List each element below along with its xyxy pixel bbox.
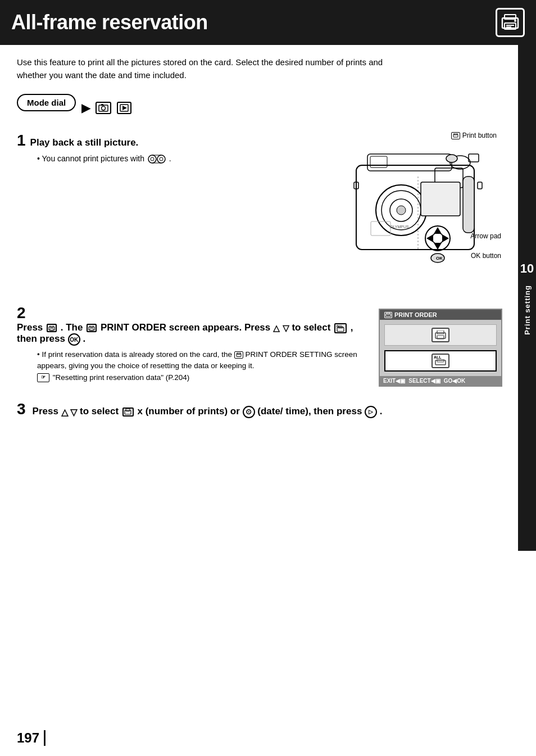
step3-down-arrow: ▽ [70, 407, 77, 417]
step-2-title-row: 2 Press . The PRINT ORDER screen appears… [17, 304, 367, 346]
svg-point-5 [514, 20, 516, 22]
svg-rect-8 [101, 104, 103, 106]
step3-date-icon: ⊙ [243, 406, 255, 418]
step-1-row: 1 Play back a still picture. You cannot … [17, 132, 519, 291]
print-symbol-icon [500, 13, 520, 31]
svg-rect-31 [421, 182, 460, 216]
svg-rect-43 [478, 182, 482, 189]
step-3-row: 3 Press △ ▽ to select x (number of print… [17, 400, 519, 418]
page-number: 197 [17, 730, 46, 746]
po-screen-body: ALL [380, 320, 501, 376]
svg-rect-4 [506, 26, 511, 28]
po-item-all: ALL [384, 350, 497, 372]
ref-book-icon: ☞ [37, 373, 49, 382]
page-number-area: 197 [17, 730, 46, 746]
po-exit-label: EXIT◀▣ [383, 378, 405, 384]
camera-diagram: Print button [339, 132, 502, 291]
svg-rect-3 [506, 25, 514, 26]
svg-marker-35 [434, 243, 442, 250]
print-button-icon-small [451, 132, 460, 139]
ok-button-annotation: OK button [471, 252, 501, 260]
po-normal-icon [431, 328, 449, 342]
chapter-sidebar: 10 Print setting [518, 45, 536, 551]
step-1-body: You cannot print pictures with . [37, 153, 328, 165]
camera-mode-icon [96, 102, 111, 114]
po-select-label: SELECT◀▣ [408, 378, 440, 384]
camera-body-svg: OK OLYMPUS [339, 132, 497, 289]
svg-rect-58 [437, 331, 444, 334]
svg-text:OK: OK [436, 256, 443, 261]
svg-point-11 [148, 155, 156, 163]
step-1-number: 1 [17, 132, 26, 150]
play-mode-icon [117, 102, 131, 114]
svg-marker-36 [426, 234, 433, 242]
svg-rect-41 [371, 221, 390, 236]
po-screen-footer: EXIT◀▣ SELECT◀▣ GO◀OK [380, 376, 501, 386]
step2-ok-btn: OK [68, 333, 80, 346]
svg-marker-34 [434, 227, 442, 234]
step-1-right: Print button [339, 132, 519, 291]
svg-marker-37 [442, 234, 449, 242]
po-screen-header: PRINT ORDER [380, 310, 501, 320]
svg-point-16 [160, 157, 163, 161]
step2-all-icon: ALL [334, 323, 347, 333]
print-button-annotation: Print button [451, 132, 497, 139]
step-2-note1: • If print reservation data is already s… [37, 349, 367, 372]
po-all-icon: ALL [431, 354, 449, 368]
step-3-title: Press △ ▽ to select x (number of prints)… [33, 406, 383, 418]
step-3-number: 3 [17, 400, 26, 418]
svg-rect-27 [463, 176, 474, 233]
chapter-label: Print setting [523, 285, 532, 335]
step2-print-icon2 [87, 324, 97, 332]
step3-ok-icon: ▷ [365, 406, 377, 418]
mode-dial-arrow: ▶ [81, 101, 90, 115]
main-content: Use this feature to print all the pictur… [0, 45, 536, 443]
svg-point-12 [157, 155, 165, 163]
svg-point-33 [432, 233, 443, 244]
step-2-row: 2 Press . The PRINT ORDER screen appears… [17, 304, 519, 387]
po-print-icon [384, 312, 392, 318]
po-item-normal [384, 324, 497, 346]
step-2-notes: • If print reservation data is already s… [37, 349, 367, 383]
step3-print-x-icon [122, 408, 134, 417]
mode-dial-box: Mode dial [17, 94, 76, 111]
ok-button-label: OK button [471, 252, 501, 260]
step-1-left: 1 Play back a still picture. You cannot … [17, 132, 328, 291]
step-1-title: Play back a still picture. [30, 137, 139, 148]
step-1-title-row: 1 Play back a still picture. [17, 132, 328, 150]
svg-point-7 [102, 106, 106, 110]
po-all-label: ALL [434, 355, 442, 359]
step2-up-arrow: △ [273, 323, 280, 333]
arrow-pad-label: Arrow pad [470, 232, 501, 240]
svg-point-24 [397, 206, 406, 215]
intro-paragraph: Use this feature to print all the pictur… [17, 56, 399, 82]
step-1-bullet: You cannot print pictures with . [37, 153, 328, 165]
mode-dial-row: Mode dial ▶ [17, 94, 519, 121]
step-2-left: 2 Press . The PRINT ORDER screen appears… [17, 304, 367, 387]
svg-point-29 [446, 155, 457, 162]
print-button-label: Print button [462, 132, 497, 139]
svg-marker-10 [122, 106, 127, 110]
mode-dial-label: Mode dial [27, 98, 66, 107]
chapter-number: 10 [520, 261, 534, 276]
step2-down-arrow: ▽ [283, 323, 289, 333]
step2-note-print-icon [234, 351, 243, 359]
svg-point-15 [151, 157, 154, 161]
print-order-screen: PRINT ORDER ALL [379, 309, 502, 387]
svg-text:OLYMPUS: OLYMPUS [390, 225, 409, 229]
step-2-title: Press . The PRINT ORDER screen appears. … [17, 322, 367, 346]
step-2-number: 2 [17, 304, 26, 322]
page-title: All-frame reservation [11, 11, 208, 34]
step2-print-icon [47, 324, 57, 332]
po-go-label: GO◀OK [444, 378, 466, 384]
step-3-title-row: 3 Press △ ▽ to select x (number of print… [17, 400, 519, 418]
svg-rect-63 [126, 409, 130, 411]
step-2-note2: ☞ "Resetting print reservation data" (P.… [37, 372, 367, 383]
page-header: All-frame reservation [0, 0, 536, 45]
step3-up-arrow: △ [61, 407, 68, 417]
step-2-right: PRINT ORDER ALL [379, 304, 519, 387]
header-print-icon [496, 8, 525, 37]
arrow-pad-annotation: Arrow pad [470, 232, 501, 240]
po-screen-title: PRINT ORDER [394, 311, 437, 318]
panorama-icon [148, 153, 166, 165]
